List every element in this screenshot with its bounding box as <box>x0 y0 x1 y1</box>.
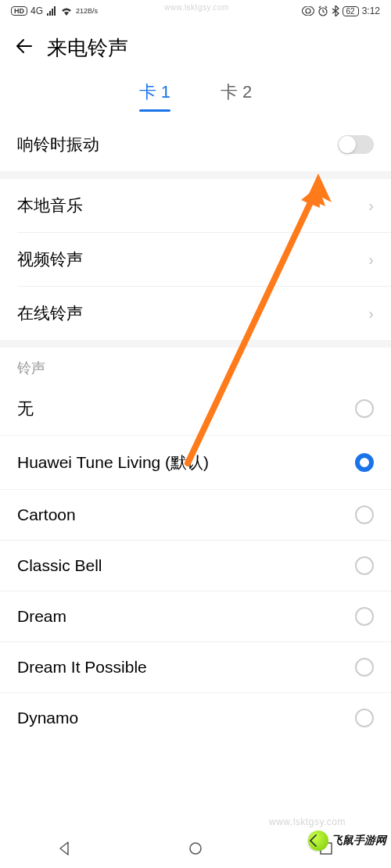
nav-back-button[interactable] <box>56 839 74 858</box>
vibrate-label: 响铃时振动 <box>17 134 99 155</box>
video-ringtone-row[interactable]: 视频铃声 › <box>0 233 391 286</box>
radio-icon <box>355 399 374 418</box>
ringtone-label: Classic Bell <box>17 556 102 575</box>
bluetooth-icon <box>332 5 339 16</box>
vibrate-toggle[interactable] <box>338 135 374 154</box>
signal-icon <box>46 6 57 16</box>
radio-icon <box>355 556 374 575</box>
video-ringtone-label: 视频铃声 <box>17 248 83 270</box>
online-ringtone-label: 在线铃声 <box>17 302 83 324</box>
radio-selected-icon <box>355 453 374 472</box>
signal-gen: 4G <box>30 5 43 16</box>
site-logo: 飞鼠手游网 <box>308 830 386 851</box>
online-ringtone-row[interactable]: 在线铃声 › <box>0 287 391 340</box>
back-button[interactable] <box>14 36 34 60</box>
radio-icon <box>355 505 374 524</box>
battery-icon: 62 <box>343 6 359 16</box>
ringtone-label: Cartoon <box>17 505 76 524</box>
tab-sim2[interactable]: 卡 2 <box>221 80 252 110</box>
radio-icon <box>355 607 374 626</box>
chevron-right-icon: › <box>368 305 374 323</box>
ringtone-dynamo[interactable]: Dynamo <box>0 692 391 743</box>
ringtone-label: Dream It Possible <box>17 658 147 677</box>
logo-icon <box>308 830 328 851</box>
ringtone-label: 无 <box>17 398 34 420</box>
watermark-bottom: www.lsktgsy.com <box>269 816 346 827</box>
ringtone-label: Huawei Tune Living (默认) <box>17 452 209 473</box>
page-header: 来电铃声 <box>0 22 391 70</box>
eye-icon <box>302 6 314 16</box>
ringtone-dream-it-possible[interactable]: Dream It Possible <box>0 641 391 692</box>
status-right: 62 3:12 <box>302 5 380 16</box>
tab-sim1[interactable]: 卡 1 <box>139 80 170 110</box>
ringtone-none[interactable]: 无 <box>0 382 391 435</box>
sim-tabs: 卡 1 卡 2 <box>0 70 391 118</box>
ringtone-default[interactable]: Huawei Tune Living (默认) <box>0 435 391 489</box>
ringtone-dream[interactable]: Dream <box>0 591 391 641</box>
status-bar: HD 4G 212B/s 62 3:12 <box>0 0 391 22</box>
radio-icon <box>355 658 374 677</box>
section-gap <box>0 340 391 348</box>
section-gap <box>0 171 391 179</box>
ringtone-cartoon[interactable]: Cartoon <box>0 489 391 540</box>
wifi-icon <box>60 6 73 16</box>
chevron-right-icon: › <box>368 251 374 269</box>
hd-icon: HD <box>11 6 27 16</box>
ringtone-label: Dynamo <box>17 709 78 727</box>
ringtone-label: Dream <box>17 607 66 626</box>
local-music-label: 本地音乐 <box>17 195 83 216</box>
clock-text: 3:12 <box>362 5 380 16</box>
logo-text: 飞鼠手游网 <box>332 834 386 848</box>
local-music-row[interactable]: 本地音乐 › <box>0 179 391 232</box>
radio-icon <box>355 709 374 727</box>
alarm-icon <box>317 5 328 16</box>
svg-point-4 <box>190 843 201 854</box>
page-title: 来电铃声 <box>47 34 128 62</box>
ringtone-classic-bell[interactable]: Classic Bell <box>0 540 391 591</box>
chevron-right-icon: › <box>368 197 374 215</box>
net-speed: 212B/s <box>76 8 98 15</box>
status-left: HD 4G 212B/s <box>11 5 98 16</box>
nav-home-button[interactable] <box>186 839 205 858</box>
ringtone-section-label: 铃声 <box>0 348 391 382</box>
vibrate-on-ring-row: 响铃时振动 <box>0 118 391 171</box>
